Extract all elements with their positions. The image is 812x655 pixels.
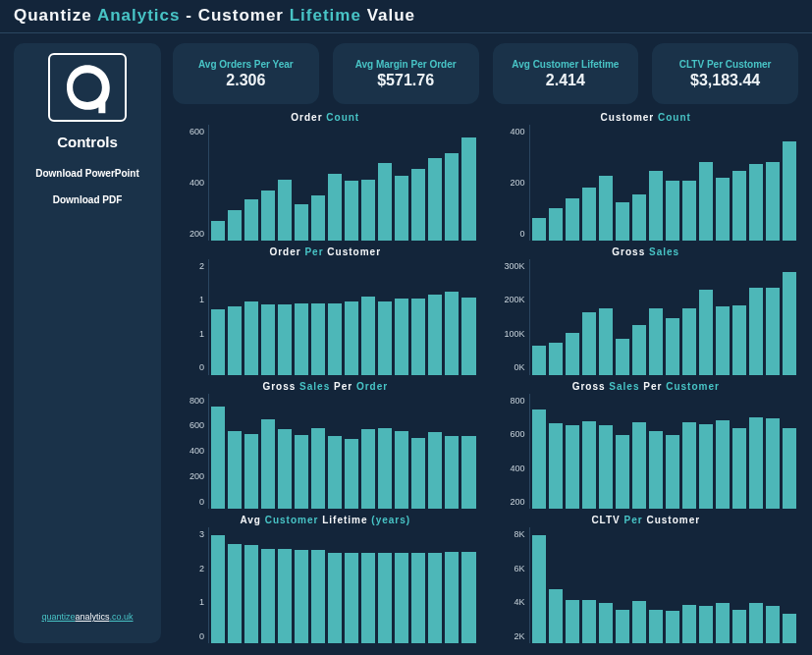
- chart-body: 0112: [173, 259, 478, 375]
- bar: [411, 299, 425, 375]
- bar: [311, 195, 325, 240]
- download-powerpoint-button[interactable]: Download PowerPoint: [35, 168, 139, 179]
- bar: [361, 297, 375, 374]
- bar: [411, 169, 425, 240]
- bars: [208, 125, 478, 241]
- bar: [716, 178, 730, 241]
- y-tick: 2: [173, 261, 204, 271]
- bar: [582, 421, 596, 509]
- bar: [428, 553, 442, 643]
- chart-body: 0200400600800: [173, 394, 478, 510]
- bar: [732, 305, 746, 375]
- chart-cltv-per-customer: CLTV Per Customer2K4K6K8K: [494, 515, 799, 643]
- kpi-card: Avg Customer Lifetime2.414: [493, 43, 639, 104]
- bar: [716, 420, 730, 510]
- bar: [632, 194, 646, 241]
- bar: [345, 553, 358, 643]
- bars: [529, 394, 799, 510]
- y-axis: 200400600800: [494, 394, 529, 510]
- y-tick: 400: [173, 178, 204, 188]
- bar: [532, 535, 546, 643]
- bar: [749, 417, 763, 509]
- bar: [378, 553, 392, 643]
- chart-order-per-customer: Order Per Customer0112: [173, 246, 478, 375]
- chart-gross-sales-per-order: Gross Sales Per Order0200400600800: [173, 381, 478, 510]
- bar: [228, 210, 242, 240]
- bar: [328, 436, 342, 510]
- charts-grid: Order Count200400600Customer Count020040…: [173, 112, 798, 643]
- bar: [666, 435, 679, 509]
- y-tick: 6K: [494, 564, 525, 573]
- y-tick: 600: [173, 420, 204, 430]
- bar: [749, 603, 763, 643]
- bar: [211, 309, 225, 375]
- y-tick: 0: [494, 229, 525, 239]
- chart-title: Gross Sales: [494, 246, 799, 257]
- kpi-label: Avg Orders Per Year: [198, 59, 294, 70]
- chart-title: Order Per Customer: [173, 246, 478, 257]
- bar: [211, 407, 225, 510]
- bar: [532, 409, 546, 509]
- chart-body: 0123: [173, 527, 478, 643]
- y-tick: 200: [173, 229, 204, 239]
- chart-title: Customer Count: [494, 112, 799, 123]
- bar: [599, 425, 613, 509]
- chart-gross-sales: Gross Sales0K100K200K300K: [494, 246, 799, 375]
- bar: [428, 432, 442, 509]
- bars: [208, 527, 478, 643]
- bar: [549, 423, 563, 509]
- bar: [328, 174, 342, 240]
- sidebar: Controls Download PowerPoint Download PD…: [14, 43, 161, 643]
- bar: [445, 436, 459, 510]
- bar: [244, 434, 258, 509]
- bar: [445, 153, 459, 241]
- bar: [749, 164, 763, 241]
- bar: [445, 292, 459, 375]
- bar: [666, 181, 679, 241]
- kpi-label: CLTV Per Customer: [679, 59, 772, 70]
- main: Avg Orders Per Year2.306Avg Margin Per O…: [173, 43, 798, 643]
- bar: [566, 425, 579, 509]
- bar: [411, 438, 425, 510]
- bar: [699, 606, 713, 643]
- bar: [244, 545, 258, 643]
- bar: [682, 422, 696, 509]
- bar: [649, 431, 663, 509]
- bar: [582, 600, 596, 643]
- y-tick: 800: [494, 396, 525, 406]
- bar: [599, 176, 613, 241]
- bar: [311, 550, 325, 643]
- bars: [529, 259, 799, 375]
- bar: [732, 171, 746, 241]
- page-title: Quantize Analytics - Customer Lifetime V…: [14, 6, 798, 26]
- download-pdf-button[interactable]: Download PDF: [53, 194, 123, 205]
- chart-customer-count: Customer Count0200400: [494, 112, 799, 241]
- bar: [311, 428, 325, 509]
- bar: [732, 428, 746, 509]
- bar: [361, 180, 375, 241]
- bar: [278, 429, 292, 509]
- kpi-value: 2.414: [546, 72, 585, 89]
- bar: [244, 199, 258, 241]
- bar: [566, 198, 579, 240]
- y-tick: 1: [173, 597, 204, 607]
- bar: [411, 553, 425, 643]
- y-tick: 300K: [494, 261, 525, 271]
- kpi-card: CLTV Per Customer$3,183.44: [652, 43, 798, 104]
- bar: [632, 422, 646, 509]
- chart-body: 200400600800: [494, 394, 799, 510]
- bar: [295, 435, 308, 509]
- bar: [361, 429, 375, 509]
- y-tick: 100K: [494, 329, 525, 339]
- bar: [749, 288, 763, 374]
- brand-link[interactable]: quantizeanalytics.co.uk: [41, 612, 133, 622]
- bar: [766, 606, 780, 643]
- chart-title: CLTV Per Customer: [494, 515, 799, 525]
- bar: [783, 272, 796, 375]
- bar: [361, 553, 375, 643]
- bar: [783, 141, 796, 241]
- bar: [295, 204, 308, 241]
- bar: [461, 137, 475, 241]
- bar: [328, 303, 342, 374]
- bar: [599, 308, 613, 375]
